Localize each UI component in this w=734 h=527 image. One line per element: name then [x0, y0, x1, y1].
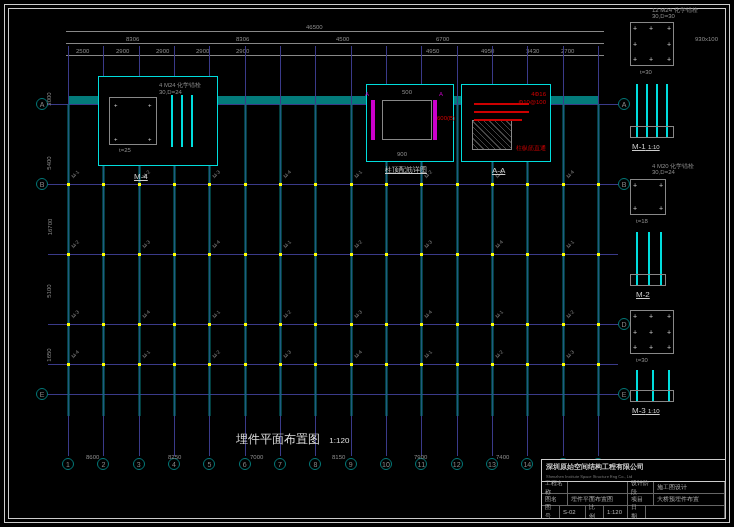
embed-marker [385, 363, 388, 366]
bolt-icon: + [148, 136, 152, 140]
embed-marker [102, 253, 105, 256]
embed-marker [279, 253, 282, 256]
embed-label: M-2 [211, 349, 221, 359]
bolt-icon: + [633, 205, 637, 212]
m2-title: M-2 [636, 290, 650, 299]
top-dimensions: 46500 8306 8306 4500 6700 2500 2900 2900… [66, 16, 604, 62]
detail-m4: 4 M24 化学锚栓 30,D=24 + + + + t=25 M-4 [98, 76, 218, 166]
column-line [456, 104, 459, 416]
dim-left: 5400 [46, 156, 52, 169]
embed-marker [314, 323, 317, 326]
embed-marker [102, 363, 105, 366]
anchor-bolt [191, 95, 193, 147]
embed-marker [562, 363, 565, 366]
embed-label: M-3 [141, 239, 151, 249]
main-drawing-area: 46500 8306 8306 4500 6700 2500 2900 2900… [16, 16, 614, 456]
embed-label: M-1 [565, 239, 575, 249]
embed-marker [314, 363, 317, 366]
embed-marker [173, 183, 176, 186]
embed-marker [279, 363, 282, 366]
embed-marker [456, 363, 459, 366]
bolt-icon: + [659, 205, 663, 212]
bolt-icon: + [667, 329, 671, 336]
column-line [350, 104, 353, 416]
dim-overall: 46500 [306, 24, 323, 30]
bolt-icon: + [633, 182, 637, 189]
rebar [474, 119, 522, 121]
gridline-h [48, 364, 618, 365]
grid-bubble: E [36, 388, 48, 400]
embed-marker [173, 323, 176, 326]
embed-marker [385, 183, 388, 186]
embed-label: M-4 [353, 349, 363, 359]
embed-marker [67, 323, 70, 326]
embed-label: M-3 [353, 309, 363, 319]
embed-marker [67, 183, 70, 186]
embed-label: M-1 [423, 349, 433, 359]
embed-label: M-1 [70, 169, 80, 179]
embed-marker [208, 323, 211, 326]
gridline-h [48, 394, 618, 395]
bolt-icon: + [633, 344, 637, 351]
embed-marker [491, 323, 494, 326]
embed-label: M-2 [353, 239, 363, 249]
company-name: 深圳原始空间结构工程有限公司 [542, 460, 725, 474]
bolt-icon: + [667, 25, 671, 32]
dim-bottom: 8600 [86, 454, 99, 460]
anchor-bolt [171, 95, 173, 147]
embed-label: M-1 [282, 239, 292, 249]
embed-label: M-3 [423, 239, 433, 249]
column-line [279, 104, 282, 416]
embed-marker [350, 183, 353, 186]
bolt-icon: + [114, 102, 118, 106]
embed-marker [244, 363, 247, 366]
embed-marker [102, 183, 105, 186]
column-line [67, 104, 70, 416]
embed-marker [491, 183, 494, 186]
m1-plate: + + + + + + + + [630, 22, 674, 66]
embed-label: M-2 [565, 309, 575, 319]
embed-label: M-4 [494, 239, 504, 249]
m2-plate: + + + + [630, 179, 666, 215]
grid-bubble-num: 3 [133, 458, 145, 470]
embed-marker [385, 253, 388, 256]
bolt-icon: + [649, 344, 653, 351]
embed-label: M-1 [141, 349, 151, 359]
detail-section-aa: 4Φ16 Φ10@100 柱纵筋直通 A-A [461, 84, 551, 162]
embed-marker [562, 253, 565, 256]
embed-label: M-3 [282, 349, 292, 359]
gridline-h [48, 324, 618, 325]
embed-label: M-3 [565, 349, 575, 359]
embed-marker [562, 183, 565, 186]
embed-marker [350, 253, 353, 256]
embed-label: M-1 [353, 169, 363, 179]
embed-marker [350, 323, 353, 326]
grid-bubble-num: 7 [274, 458, 286, 470]
bolt-icon: + [649, 56, 653, 63]
embed-marker [526, 323, 529, 326]
embed-marker [526, 363, 529, 366]
anchor-base [630, 126, 674, 138]
embed-marker [420, 323, 423, 326]
embed-label: M-1 [211, 309, 221, 319]
dim-left: 16700 [47, 219, 53, 236]
dim-left: 5100 [46, 284, 52, 297]
embed-marker [597, 323, 600, 326]
dim-bottom: 7900 [414, 454, 427, 460]
column-line [597, 104, 600, 416]
embed-label: M-1 [494, 309, 504, 319]
grid-bubble-num: 10 [380, 458, 392, 470]
section-mark-a [371, 100, 375, 140]
embed-marker [67, 253, 70, 256]
embed-marker [138, 323, 141, 326]
embed-marker [173, 363, 176, 366]
bolt-icon: + [649, 313, 653, 320]
embed-marker [526, 183, 529, 186]
dim-bottom: 8250 [168, 454, 181, 460]
concrete-hatch [472, 120, 512, 150]
embed-marker [456, 183, 459, 186]
grid-bubble-num: 1 [62, 458, 74, 470]
embed-marker [420, 253, 423, 256]
bolt-icon: + [633, 41, 637, 48]
detail-column-rebar: 500 A A 600(B) 900 柱顶配筋详图 [366, 84, 454, 162]
